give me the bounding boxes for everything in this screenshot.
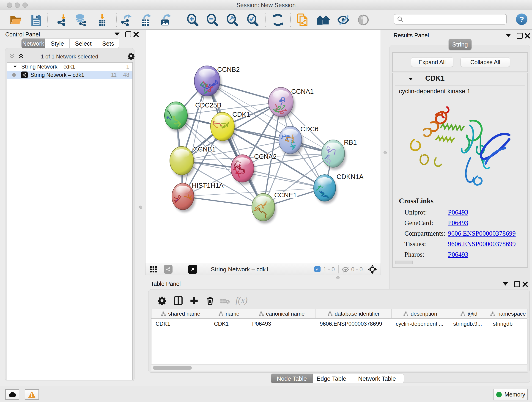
gene-name: CDK1 bbox=[425, 74, 444, 83]
glass-ball-toggle-icon[interactable] bbox=[357, 14, 369, 26]
birdseye-toggle-icon[interactable] bbox=[164, 265, 172, 274]
node-label-CCNE1: CCNE1 bbox=[274, 191, 297, 199]
delete-column-icon[interactable] bbox=[205, 295, 215, 306]
crosslink-label: Compartments: bbox=[404, 230, 448, 237]
table-gear-icon[interactable] bbox=[157, 296, 167, 306]
import-table-file-icon[interactable] bbox=[96, 13, 108, 26]
crosslink-value[interactable]: 9606.ENSP00000378699 bbox=[448, 240, 516, 248]
bottom-splitter-handle[interactable] bbox=[336, 276, 340, 279]
node-count: 11 bbox=[111, 72, 117, 78]
export-image-icon[interactable] bbox=[159, 13, 172, 26]
tab-network-table[interactable]: Network Table bbox=[350, 374, 404, 383]
network-collection-row[interactable]: String Network – cdk1 1 bbox=[7, 63, 133, 71]
tab-edge-table[interactable]: Edge Table bbox=[313, 374, 350, 383]
toolbar-separator bbox=[116, 13, 117, 27]
partial-scrollbar[interactable] bbox=[395, 261, 413, 264]
zoom-out-icon[interactable] bbox=[206, 14, 218, 26]
table-body: CDK1CDK1P064939606.ENSP00000378699cyclin… bbox=[152, 319, 527, 329]
zoom-selected-icon[interactable] bbox=[246, 14, 259, 26]
selected-checkbox-icon[interactable]: ✓ bbox=[314, 266, 321, 272]
crosslink-label: Tissues: bbox=[404, 240, 448, 248]
crosslink-row: GeneCard: P06493 bbox=[404, 217, 524, 228]
string-home-icon[interactable] bbox=[317, 14, 330, 26]
create-column-icon[interactable] bbox=[189, 296, 199, 306]
crosslink-value[interactable]: P06493 bbox=[448, 209, 468, 216]
expand-all-button[interactable]: Expand All bbox=[411, 57, 453, 67]
close-panel-icon[interactable] bbox=[522, 281, 528, 287]
export-table-icon[interactable] bbox=[139, 13, 152, 26]
detach-view-icon[interactable] bbox=[188, 265, 197, 274]
left-splitter-handle[interactable] bbox=[139, 206, 142, 209]
float-panel-icon[interactable] bbox=[125, 32, 131, 37]
column-type-icon bbox=[403, 311, 408, 316]
refresh-view-icon[interactable] bbox=[272, 14, 284, 26]
tree-expander-icon[interactable] bbox=[13, 66, 17, 68]
toolbar-search[interactable] bbox=[394, 14, 507, 25]
close-panel-icon[interactable] bbox=[525, 33, 530, 38]
fit-selected-crosshair-icon[interactable] bbox=[367, 264, 377, 274]
zoom-fit-icon[interactable] bbox=[226, 14, 238, 26]
network-canvas[interactable]: CCNB2CCNA1CDC25BCDK1CDC6RB1CCNB1CCNA2CDK… bbox=[145, 30, 381, 263]
results-panel-title: Results Panel bbox=[394, 32, 429, 39]
help-button[interactable]: ? bbox=[516, 13, 527, 25]
node-label-CCNB1: CCNB1 bbox=[193, 146, 215, 153]
crosslink-value[interactable]: P06493 bbox=[448, 251, 468, 258]
table-horizontal-scrollbar[interactable] bbox=[152, 365, 527, 370]
tab-select[interactable]: Select bbox=[70, 38, 97, 48]
grid-view-icon[interactable] bbox=[150, 266, 158, 273]
toolbar-separator bbox=[47, 13, 48, 27]
zoom-in-icon[interactable] bbox=[186, 14, 199, 26]
column-header-namespace[interactable]: namespace bbox=[489, 309, 527, 318]
open-session-icon[interactable] bbox=[9, 14, 22, 26]
cloud-button[interactable] bbox=[5, 389, 19, 400]
collapse-panel-icon[interactable] bbox=[506, 34, 511, 37]
scrollbar-thumb[interactable] bbox=[153, 366, 192, 370]
network-row-selected[interactable]: String Network – cdk1 11 48 bbox=[7, 71, 133, 79]
collapse-panel-icon[interactable] bbox=[503, 282, 508, 286]
tab-style[interactable]: Style bbox=[45, 38, 70, 48]
warning-button[interactable] bbox=[25, 389, 39, 400]
enhanced-labels-toggle-icon[interactable] bbox=[337, 14, 350, 26]
hidden-count: 0 - 0 bbox=[351, 266, 363, 273]
float-panel-icon[interactable] bbox=[517, 33, 523, 39]
select-columns-icon[interactable] bbox=[173, 295, 183, 306]
column-header-canonical-name[interactable]: canonical name bbox=[248, 309, 316, 318]
column-header-description[interactable]: description bbox=[392, 309, 449, 318]
selected-count: 1 - 0 bbox=[323, 266, 335, 273]
node-label-RB1: RB1 bbox=[344, 139, 357, 146]
table-cell: CDK1 bbox=[152, 319, 210, 329]
gear-icon[interactable] bbox=[127, 52, 135, 60]
right-splitter-handle[interactable] bbox=[384, 151, 387, 154]
column-header-name[interactable]: name bbox=[210, 309, 248, 318]
crosslink-value[interactable]: P06493 bbox=[448, 219, 468, 227]
column-header--id[interactable]: @id bbox=[449, 309, 489, 318]
close-panel-icon[interactable] bbox=[133, 32, 139, 37]
column-header-shared-name[interactable]: shared name bbox=[152, 309, 210, 318]
crosslink-label: Pharos: bbox=[404, 251, 448, 258]
collapse-all-button[interactable]: Collapse All bbox=[461, 57, 510, 67]
import-network-database-icon[interactable] bbox=[75, 13, 88, 26]
function-builder-icon-disabled: f(x) bbox=[235, 295, 248, 305]
save-session-icon[interactable] bbox=[31, 14, 42, 26]
column-type-icon bbox=[161, 311, 166, 316]
crosslink-value[interactable]: 9606.ENSP00000378699 bbox=[448, 230, 516, 237]
expand-collapse-box: Expand All Collapse All bbox=[392, 52, 528, 72]
hidden-eye-icon[interactable] bbox=[342, 266, 349, 273]
tab-sets[interactable]: Sets bbox=[97, 38, 119, 48]
float-panel-icon[interactable] bbox=[514, 281, 520, 287]
export-network-icon[interactable] bbox=[120, 13, 133, 26]
import-network-file-icon[interactable] bbox=[56, 13, 69, 26]
column-header-database-identifier[interactable]: database identifier bbox=[316, 309, 392, 318]
table-tabs: Node TableEdge TableNetwork Table bbox=[271, 374, 404, 383]
entry-expander-icon[interactable] bbox=[409, 78, 413, 80]
string-import-icon[interactable] bbox=[297, 13, 309, 27]
tab-node-table[interactable]: Node Table bbox=[271, 374, 313, 383]
node-label-CDKN1A: CDKN1A bbox=[336, 173, 364, 180]
memory-button[interactable]: Memory bbox=[494, 389, 528, 400]
tab-string[interactable]: String bbox=[449, 39, 472, 50]
collapse-panel-icon[interactable] bbox=[114, 32, 120, 36]
tab-network[interactable]: Network bbox=[21, 38, 45, 48]
search-input[interactable] bbox=[404, 16, 506, 23]
crosslinks-list: Uniprot: P06493 GeneCard: P06493 Compart… bbox=[404, 207, 524, 260]
table-row[interactable]: CDK1CDK1P064939606.ENSP00000378699cyclin… bbox=[152, 319, 527, 329]
